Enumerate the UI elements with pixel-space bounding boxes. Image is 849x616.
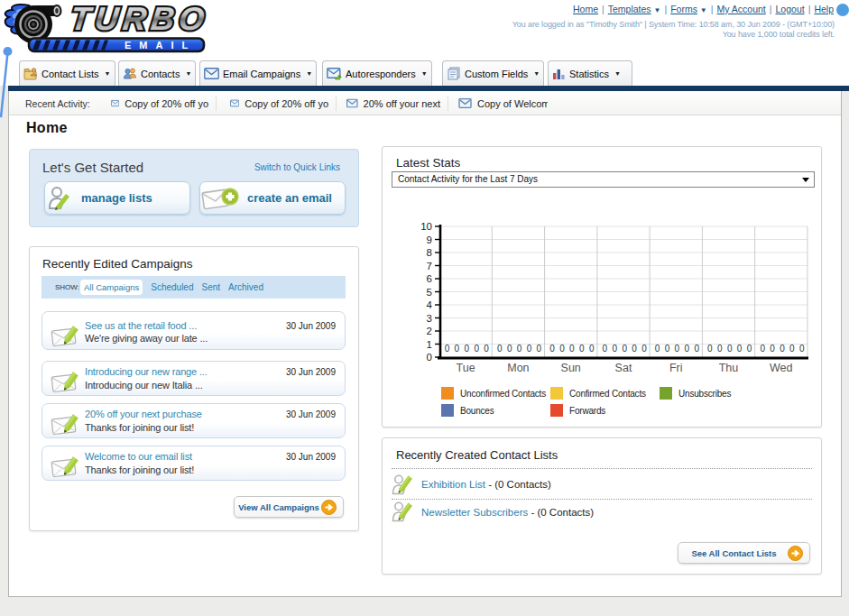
svg-text:0: 0: [694, 344, 699, 354]
svg-text:0: 0: [685, 344, 690, 354]
svg-text:Thu: Thu: [719, 362, 739, 374]
svg-text:9: 9: [427, 234, 432, 245]
svg-text:0: 0: [549, 344, 555, 354]
svg-text:0: 0: [427, 352, 432, 363]
svg-text:0: 0: [622, 344, 627, 354]
svg-text:0: 0: [717, 344, 723, 354]
svg-text:0: 0: [675, 344, 680, 354]
svg-text:0: 0: [507, 344, 512, 354]
svg-text:0: 0: [747, 344, 752, 354]
svg-text:0: 0: [527, 344, 532, 354]
svg-text:0: 0: [760, 344, 765, 354]
svg-text:0: 0: [517, 344, 522, 354]
svg-text:0: 0: [589, 344, 595, 354]
svg-text:0: 0: [789, 344, 795, 354]
svg-text:Fri: Fri: [669, 362, 683, 374]
svg-text:0: 0: [780, 344, 785, 354]
svg-text:10: 10: [420, 221, 432, 232]
svg-text:0: 0: [665, 344, 670, 354]
svg-text:0: 0: [579, 344, 585, 354]
svg-text:0: 0: [641, 344, 647, 354]
svg-text:0: 0: [537, 344, 542, 354]
svg-text:Tue: Tue: [457, 362, 475, 374]
svg-text:0: 0: [632, 344, 637, 354]
svg-text:Sat: Sat: [615, 362, 632, 374]
svg-text:EMAIL: EMAIL: [125, 40, 196, 51]
svg-text:0: 0: [474, 344, 479, 354]
svg-text:0: 0: [770, 344, 775, 354]
svg-text:8: 8: [427, 247, 432, 258]
svg-text:0: 0: [799, 344, 805, 354]
svg-text:0: 0: [655, 344, 660, 354]
svg-text:0: 0: [465, 344, 470, 354]
svg-text:7: 7: [427, 261, 432, 271]
svg-text:6: 6: [427, 273, 432, 284]
svg-text:0: 0: [484, 344, 489, 354]
svg-text:0: 0: [737, 344, 743, 354]
svg-text:0: 0: [559, 344, 565, 354]
svg-text:Mon: Mon: [507, 362, 529, 374]
svg-text:4: 4: [427, 299, 433, 310]
svg-text:5: 5: [427, 287, 432, 298]
svg-text:0: 0: [707, 344, 713, 354]
svg-text:0: 0: [727, 344, 733, 354]
svg-text:2: 2: [427, 326, 432, 336]
svg-text:Sun: Sun: [561, 362, 581, 374]
svg-text:0: 0: [445, 344, 450, 354]
svg-text:0: 0: [569, 344, 575, 354]
svg-text:0: 0: [603, 344, 608, 354]
svg-text:0: 0: [455, 344, 460, 354]
svg-text:1: 1: [427, 339, 432, 350]
svg-text:3: 3: [427, 313, 432, 324]
svg-text:TURBO: TURBO: [69, 0, 210, 37]
svg-text:0: 0: [497, 344, 503, 354]
svg-text:0: 0: [613, 344, 618, 354]
svg-text:Wed: Wed: [770, 362, 793, 374]
